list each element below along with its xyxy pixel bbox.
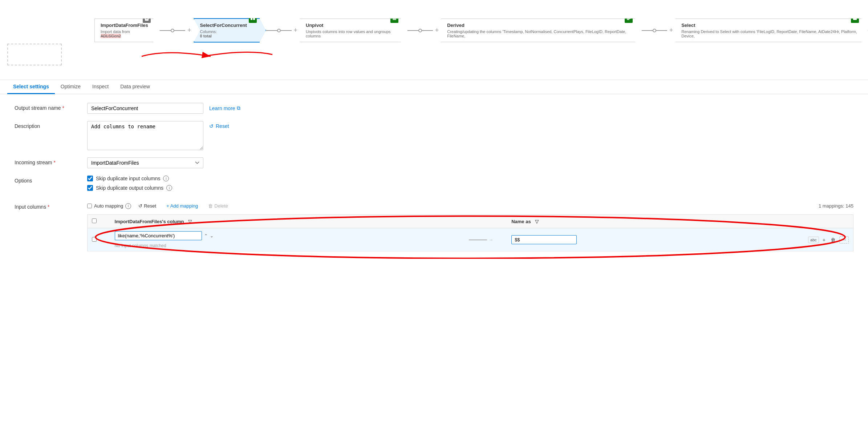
more-options-btn[interactable]: ⋯ <box>839 236 849 244</box>
options-control: Skip duplicate input columns i Skip dupl… <box>87 176 172 194</box>
th-actions <box>775 215 853 228</box>
skip-duplicate-input-checkbox[interactable] <box>87 176 93 181</box>
node-subtitle-unpivot: Unpivots columns into row values and ung… <box>306 29 401 38</box>
svg-rect-1 <box>146 19 148 19</box>
skip-output-row: Skip duplicate output columns i <box>87 185 172 191</box>
auto-mapping-info-icon[interactable]: i <box>125 203 131 209</box>
description-row: Description Add columns to rename ↺ Rese… <box>15 121 853 150</box>
node-icon-select <box>249 15 257 23</box>
required-asterisk-output: * <box>62 105 64 111</box>
auto-mapping-label: Auto mapping <box>94 203 123 209</box>
source-filter-icon[interactable]: ▽ <box>188 219 192 224</box>
row-actions-cell: abc + 🗑 ⋯ <box>775 228 853 252</box>
svg-rect-4 <box>393 18 396 19</box>
delete-button[interactable]: 🗑 Delete <box>205 202 231 210</box>
svg-rect-3 <box>253 18 255 20</box>
auto-mapping-checkbox[interactable] <box>87 204 92 208</box>
tabs-bar: Select settings Optimize Inspect Data pr… <box>0 80 868 94</box>
svg-rect-2 <box>251 18 252 20</box>
node-box-derived[interactable]: Derived Creating/updating the columns 'T… <box>441 19 642 42</box>
required-asterisk-columns: * <box>48 204 49 210</box>
skip-input-row: Skip duplicate input columns i <box>87 176 172 181</box>
th-arrow <box>455 215 507 228</box>
node-box-import[interactable]: ImportDataFromFiles Import data fromADLS… <box>94 19 160 42</box>
tab-inspect[interactable]: Inspect <box>86 80 114 94</box>
description-label: Description <box>15 121 80 129</box>
svg-rect-6 <box>627 18 630 19</box>
add-mapping-button[interactable]: + Add mapping <box>163 202 201 210</box>
connector-2: + <box>266 27 300 34</box>
target-filter-icon[interactable]: ▽ <box>535 219 539 224</box>
plus-btn-1[interactable]: + <box>185 27 194 34</box>
skip-duplicate-input-label: Skip duplicate input columns <box>96 176 160 181</box>
table-header-row: ImportDataFromFiles's column ▽ Name as ▽ <box>88 215 853 228</box>
row-checkbox[interactable] <box>92 237 97 242</box>
input-columns-row: Input columns * Auto mapping i ↺ Reset +… <box>15 202 853 252</box>
output-stream-control: Learn more ⧉ <box>87 103 853 114</box>
skip-duplicate-output-checkbox[interactable] <box>87 185 93 191</box>
reset-button[interactable]: ↺ Reset <box>209 121 229 129</box>
sort-desc-btn[interactable]: ⌄ <box>210 233 214 238</box>
plus-btn-3[interactable]: + <box>433 27 441 34</box>
pipeline-node-import: ImportDataFromFiles Import data fromADLS… <box>94 19 160 42</box>
node-subtitle-select2: Renaming Derived to Select with columns … <box>681 29 862 38</box>
node-box-unpivot[interactable]: Unpivot Unpivots columns into row values… <box>300 19 407 42</box>
sort-asc-btn[interactable]: ⌃ <box>204 233 208 238</box>
reset-icon: ↺ <box>209 123 214 129</box>
node-icon-import <box>143 15 151 23</box>
add-row-btn[interactable]: + <box>821 236 827 244</box>
svg-rect-7 <box>627 19 629 20</box>
pipeline-nodes: ImportDataFromFiles Import data fromADLS… <box>94 18 868 43</box>
type-badge: abc <box>808 237 819 243</box>
incoming-stream-label: Incoming stream * <box>15 157 80 165</box>
th-checkbox <box>88 215 110 228</box>
table-row: ⌃ ⌄ No input columns matched → <box>88 228 853 252</box>
node-icon-select2 <box>851 15 859 23</box>
delete-row-btn[interactable]: 🗑 <box>829 236 837 244</box>
node-box-select2[interactable]: Select Renaming Derived to Select with c… <box>675 19 868 42</box>
node-title-derived: Derived <box>447 23 636 28</box>
connector-4: + <box>642 27 676 34</box>
skip-duplicate-output-label: Skip duplicate output columns <box>96 185 163 191</box>
incoming-stream-select[interactable]: ImportDataFromFiles <box>87 157 203 168</box>
node-subtitle-derived: Creating/updating the columns 'Timestamp… <box>447 29 636 38</box>
red-arrow-annotation <box>138 47 283 65</box>
learn-more-link[interactable]: Learn more ⧉ <box>209 103 240 111</box>
tab-optimize[interactable]: Optimize <box>55 80 86 94</box>
incoming-stream-row: Incoming stream * ImportDataFromFiles <box>15 157 853 168</box>
description-textarea[interactable]: Add columns to rename <box>87 121 203 150</box>
output-stream-row: Output stream name * Learn more ⧉ <box>15 103 853 114</box>
node-title-select: SelectForConcurrent <box>200 23 260 28</box>
row-checkbox-cell <box>88 228 110 252</box>
output-stream-label: Output stream name * <box>15 103 80 111</box>
columns-reset-button[interactable]: ↺ Reset <box>135 202 159 210</box>
source-value-input[interactable] <box>115 231 202 240</box>
skip-input-info-icon[interactable]: i <box>163 176 169 181</box>
skip-output-info-icon[interactable]: i <box>166 185 172 191</box>
node-title-import: ImportDataFromFiles <box>101 23 154 28</box>
dashed-placeholder-box <box>7 44 62 65</box>
select-all-checkbox[interactable] <box>92 218 97 223</box>
target-value-input[interactable] <box>511 235 577 244</box>
columns-reset-icon: ↺ <box>138 203 142 209</box>
node-icon-derived <box>625 15 633 23</box>
plus-btn-2[interactable]: + <box>292 27 300 34</box>
mapping-table-container: ImportDataFromFiles's column ▽ Name as ▽ <box>87 214 853 252</box>
svg-rect-5 <box>393 19 396 20</box>
external-link-icon: ⧉ <box>237 105 240 111</box>
connector-3: + <box>407 27 441 34</box>
plus-btn-4[interactable]: + <box>667 27 676 34</box>
input-columns-toolbar: Auto mapping i ↺ Reset + Add mapping 🗑 D… <box>87 202 853 210</box>
tab-select-settings[interactable]: Select settings <box>7 80 55 94</box>
options-label: Options <box>15 176 80 184</box>
incoming-stream-control: ImportDataFromFiles <box>87 157 853 168</box>
input-columns-label: Input columns * <box>15 202 80 210</box>
node-box-select[interactable]: SelectForConcurrent Columns:0 total <box>194 18 266 43</box>
node-icon-unpivot <box>390 15 398 23</box>
row-arrow-cell: → <box>455 228 507 252</box>
th-target: Name as ▽ <box>507 215 775 228</box>
tab-data-preview[interactable]: Data preview <box>114 80 156 94</box>
settings-panel: Output stream name * Learn more ⧉ Descri… <box>0 94 868 268</box>
output-stream-input[interactable] <box>87 103 203 114</box>
node-subtitle-select: Columns:0 total <box>200 29 260 38</box>
